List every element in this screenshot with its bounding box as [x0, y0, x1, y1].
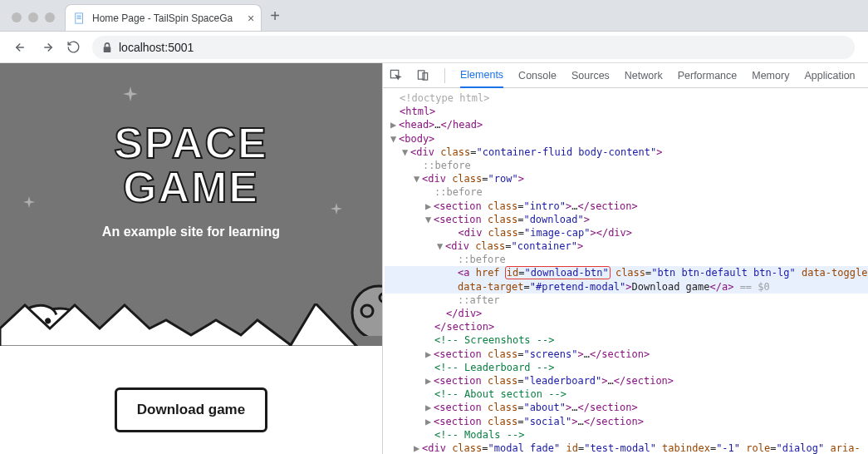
star-icon: [331, 203, 342, 215]
new-tab-button[interactable]: +: [270, 7, 280, 26]
dom-container-inner[interactable]: ▼<div class="container">: [385, 239, 868, 253]
tab-title: Home Page - TailSpin SpaceGa: [92, 12, 233, 24]
svg-rect-1: [77, 15, 81, 16]
tab-sources[interactable]: Sources: [571, 64, 610, 87]
dom-anchor-highlighted[interactable]: <a href id="download-btn" class="btn btn…: [385, 266, 868, 279]
address-bar[interactable]: localhost:5001: [92, 36, 855, 59]
dom-intro[interactable]: ▶<section class="intro">…</section>: [385, 200, 868, 213]
dom-image-cap[interactable]: <div class="image-cap"></div>: [385, 226, 868, 239]
back-button[interactable]: [13, 40, 28, 55]
dom-doctype[interactable]: <!doctype html>: [385, 91, 868, 105]
page-favicon-icon: [74, 12, 86, 24]
dom-row[interactable]: ▼<div class="row">: [385, 172, 868, 185]
dom-div-close[interactable]: </div>: [385, 307, 868, 320]
reload-button[interactable]: [66, 40, 81, 54]
dom-comment-modals[interactable]: <!-- Modals -->: [385, 428, 868, 442]
page-title: SPACE GAME: [0, 121, 382, 210]
separator: [444, 68, 445, 83]
dom-tree[interactable]: <!doctype html> <html> ▶<head>…</head> ▼…: [383, 88, 868, 454]
dom-pseudo-after[interactable]: ::after: [385, 294, 868, 307]
dom-comment-about[interactable]: <!-- About section -->: [385, 387, 868, 401]
forward-button[interactable]: [40, 40, 55, 55]
content-area: SPACE GAME An example site for learning: [0, 63, 868, 454]
download-game-button[interactable]: Download game: [115, 387, 267, 432]
browser-tab-strip: Home Page - TailSpin SpaceGa × +: [0, 0, 868, 32]
dom-body-open[interactable]: ▼<body>: [385, 132, 868, 146]
lock-icon: [102, 42, 112, 53]
svg-rect-17: [418, 71, 424, 79]
tab-elements[interactable]: Elements: [460, 63, 503, 88]
title-line-2: GAME: [0, 165, 382, 210]
tagline: An example site for learning: [0, 225, 382, 239]
dom-container[interactable]: ▼<div class="container-fluid body-conten…: [385, 146, 868, 159]
traffic-close[interactable]: [12, 12, 22, 22]
download-button-wrap: Download game: [0, 387, 382, 432]
browser-tab[interactable]: Home Page - TailSpin SpaceGa ×: [65, 4, 262, 31]
tab-close-button[interactable]: ×: [248, 12, 254, 24]
dom-about[interactable]: ▶<section class="about">…</section>: [385, 401, 868, 414]
devtools-tabs: Elements Console Sources Network Perform…: [383, 63, 868, 88]
dom-modal[interactable]: ▶<div class="modal fade" id="test-modal"…: [385, 442, 868, 454]
traffic-max[interactable]: [45, 12, 55, 22]
star-icon: [23, 196, 35, 208]
browser-nav-bar: localhost:5001: [0, 32, 868, 63]
svg-rect-4: [104, 47, 111, 52]
dom-leaderboard[interactable]: ▶<section class="leaderboard">…</section…: [385, 374, 868, 387]
dom-head[interactable]: ▶<head>…</head>: [385, 118, 868, 131]
dom-social[interactable]: ▶<section class="social">…</section>: [385, 415, 868, 428]
dom-comment-screenshots[interactable]: <!-- Screenshots -->: [385, 333, 868, 347]
dom-pseudo-before[interactable]: ::before: [385, 185, 868, 199]
rendered-page: SPACE GAME An example site for learning: [0, 63, 382, 454]
tab-performance[interactable]: Performance: [678, 64, 738, 87]
title-line-1: SPACE: [0, 121, 382, 165]
star-icon: [123, 86, 138, 101]
dom-anchor-line2[interactable]: data-target="#pretend-modal">Download ga…: [385, 280, 868, 294]
tab-memory[interactable]: Memory: [752, 64, 789, 87]
tab-console[interactable]: Console: [518, 64, 557, 87]
dom-pseudo-before[interactable]: ::before: [385, 253, 868, 266]
traffic-min[interactable]: [28, 12, 38, 22]
mountains-icon: [0, 303, 382, 346]
window-controls[interactable]: [12, 12, 55, 22]
dom-section-close[interactable]: </section>: [385, 320, 868, 333]
dom-pseudo-before[interactable]: ::before: [385, 159, 868, 172]
hero-section: SPACE GAME An example site for learning: [0, 63, 382, 346]
device-toggle-icon[interactable]: [417, 69, 429, 81]
tab-application[interactable]: Application: [804, 64, 855, 87]
tab-network[interactable]: Network: [625, 64, 663, 87]
dom-download-section[interactable]: ▼<section class="download">: [385, 213, 868, 226]
svg-rect-3: [77, 18, 81, 19]
dom-comment-leaderboard[interactable]: <!-- Leaderboard -->: [385, 361, 868, 374]
devtools-panel: Elements Console Sources Network Perform…: [382, 63, 868, 454]
inspect-icon[interactable]: [390, 69, 402, 81]
svg-rect-2: [77, 17, 81, 17]
dom-html-open[interactable]: <html>: [385, 105, 868, 118]
url-text: localhost:5001: [119, 41, 194, 54]
dom-screens[interactable]: ▶<section class="screens">…</section>: [385, 348, 868, 361]
